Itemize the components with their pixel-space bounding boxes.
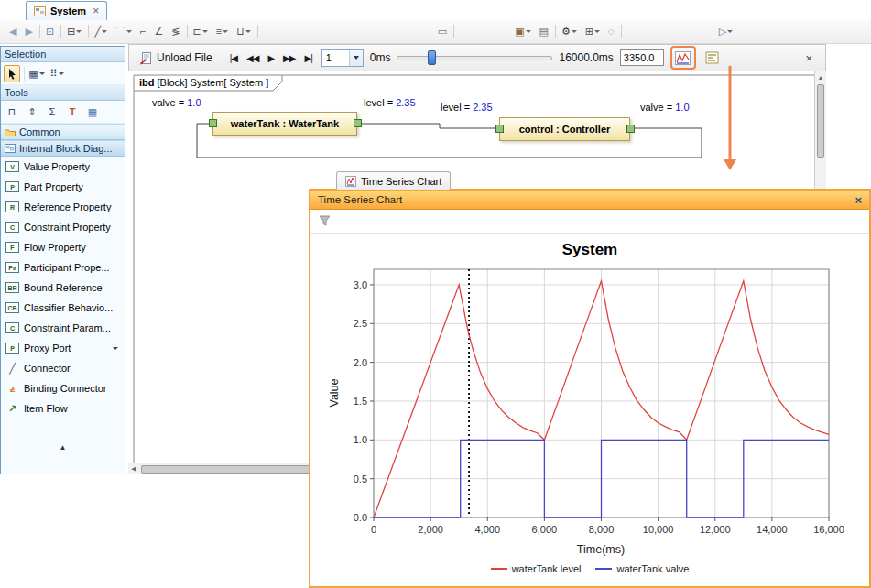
page-setup-button[interactable]: ▭ — [436, 24, 449, 40]
playback-controls: |◀◀◀▶▶▶▶| — [227, 51, 315, 65]
legend-swatch — [595, 568, 612, 570]
palette-item-constraint-param[interactable]: CConstraint Param... — [1, 318, 125, 338]
group-select-button[interactable]: ▦ — [28, 65, 45, 82]
svg-text:2,000: 2,000 — [418, 524, 443, 535]
zoom-button[interactable]: ◌ — [606, 24, 616, 40]
zoom-icon: ◌ — [608, 27, 615, 37]
palette-item-bound-reference[interactable]: BRBound Reference — [1, 278, 125, 298]
connector-level[interactable] — [362, 124, 495, 128]
time-slider[interactable] — [397, 49, 552, 66]
settings-button[interactable]: ⚙ — [560, 24, 579, 40]
palette-item-flow-property[interactable]: FFlow Property — [1, 237, 125, 257]
port-value-label[interactable]: level = 2.35 — [364, 97, 416, 108]
containment-tree-button[interactable]: ⊟ — [65, 24, 83, 40]
time-series-chart-button[interactable] — [673, 49, 693, 67]
magnet-tool-button[interactable]: ⊓ — [4, 103, 20, 121]
vertical-scroll-thumb[interactable] — [817, 84, 824, 158]
related-elements-button[interactable]: ⊡ — [44, 24, 56, 40]
rewind-button[interactable]: ◀◀ — [244, 51, 261, 65]
center-tool-button[interactable]: ≡ — [214, 24, 230, 40]
close-icon[interactable]: × — [93, 5, 99, 16]
back-icon: ◀ — [9, 27, 16, 37]
palette-item-connector[interactable]: ╱Connector — [1, 358, 125, 378]
text-icon: T — [70, 106, 76, 117]
run-simulation-button[interactable]: ▷ — [717, 24, 735, 40]
palette-item-label: Participant Prope... — [24, 262, 110, 273]
back-button[interactable]: ◀ — [7, 24, 18, 40]
time-slider-handle[interactable] — [428, 50, 436, 65]
scroll-up-icon[interactable]: ▲ — [815, 71, 826, 82]
swap-tool-button[interactable]: ≶ — [169, 24, 181, 40]
trigger-select[interactable]: 1 — [321, 49, 364, 67]
palette-item-binding-connector[interactable]: ƶBinding Connector — [1, 378, 125, 398]
watertank-valve-port[interactable] — [209, 119, 217, 127]
palette-item-label: Value Property — [24, 161, 90, 172]
chart-window-titlebar[interactable]: Time Series Chart × — [310, 191, 869, 210]
control-valve-port[interactable] — [626, 125, 635, 133]
distribute-tool-button[interactable]: ⊔ — [234, 24, 253, 40]
close-simulation-button[interactable]: × — [805, 51, 818, 65]
palette-section-internal-block-diagram[interactable]: Internal Block Diag... — [1, 140, 125, 157]
chart-icon — [345, 176, 356, 187]
simulation-config-button[interactable] — [702, 49, 723, 67]
simulation-toolbar: Unload File |◀◀◀▶▶▶▶| 1 0ms 16000.0ms — [128, 44, 826, 71]
palette-item-participant-prope[interactable]: PaParticipant Prope... — [1, 257, 125, 278]
combo-dropdown-button[interactable] — [349, 50, 363, 66]
palette-item-classifier-behavio[interactable]: CBClassifier Behavio... — [1, 298, 125, 318]
tab-time-series-chart[interactable]: Time Series Chart — [336, 171, 451, 190]
chevron-down-icon[interactable] — [113, 347, 118, 350]
palette-item-reference-property[interactable]: RReference Property — [1, 197, 125, 217]
time-input[interactable] — [620, 49, 664, 66]
scroll-left-icon[interactable]: ◀ — [128, 463, 139, 474]
rectilinear-tool-button[interactable]: ⌐ — [138, 24, 147, 40]
close-icon[interactable]: × — [855, 193, 862, 207]
port-value-label[interactable]: level = 2.35 — [441, 102, 493, 113]
step-first-button[interactable]: |◀ — [227, 51, 240, 65]
chart-toolbar — [310, 210, 869, 234]
filter-button[interactable] — [319, 215, 331, 228]
port-value-label[interactable]: valve = 1.0 — [152, 97, 201, 108]
layers-tool-button[interactable]: ⇕ — [24, 103, 40, 121]
play-button[interactable]: ▶ — [265, 51, 277, 65]
palette-item-item-flow[interactable]: ↗Item Flow — [1, 398, 125, 419]
toolbar-separator — [39, 25, 40, 38]
watertank-level-port[interactable] — [354, 119, 362, 127]
select-cursor-button[interactable] — [4, 65, 20, 82]
palette-item-label: Binding Connector — [24, 383, 107, 394]
align-tool-button[interactable]: ⊏ — [191, 24, 210, 40]
palette-item-value-property[interactable]: VValue Property — [1, 157, 125, 177]
block-control[interactable]: control : Controller — [499, 117, 630, 141]
palette-item-label: Flow Property — [24, 242, 86, 253]
port-value-label[interactable]: valve = 1.0 — [640, 102, 690, 113]
chevron-down-icon — [59, 72, 64, 75]
toolbar-separator — [187, 25, 188, 38]
multi-select-button[interactable]: ⠿ — [49, 65, 65, 82]
text-tool-button[interactable]: T — [64, 103, 81, 121]
palette-item-constraint-property[interactable]: CConstraint Property — [1, 217, 125, 237]
sum-tool-button[interactable]: Σ — [44, 103, 60, 121]
dependency-tool-button[interactable]: ╱ — [93, 24, 109, 40]
palette-item-part-property[interactable]: PPart Property — [1, 177, 125, 197]
horizontal-scroll-thumb[interactable] — [141, 465, 310, 474]
tab-system[interactable]: System × — [26, 1, 107, 20]
palette-item-proxy-port[interactable]: PProxy Port — [1, 338, 125, 358]
step-last-button[interactable]: ▶| — [301, 51, 314, 65]
table-view-button[interactable]: ⊞ — [583, 24, 602, 40]
slider-track[interactable] — [397, 56, 552, 60]
forward-button[interactable]: ▶ — [23, 24, 34, 40]
section-label: Common — [19, 126, 60, 137]
palette-item-icon: CB — [5, 302, 19, 313]
control-level-port[interactable] — [495, 125, 504, 133]
fast-forward-button[interactable]: ▶▶ — [280, 51, 298, 65]
unload-file-button[interactable]: Unload File — [136, 50, 215, 66]
forward-icon: ▶ — [25, 27, 32, 37]
palette-section-common[interactable]: Common — [1, 124, 125, 140]
curve-tool-button[interactable]: ⌒ — [114, 24, 134, 40]
oblique-tool-button[interactable]: ∠ — [152, 24, 165, 40]
note-tool-button[interactable]: ▤ — [538, 24, 550, 40]
magnet-icon: ⊓ — [8, 106, 16, 118]
package-tool-button[interactable]: ▣ — [513, 24, 532, 40]
block-watertank[interactable]: waterTank : WaterTank — [212, 112, 357, 136]
grid-tool-button[interactable]: ▦ — [84, 103, 101, 121]
palette-collapse-button[interactable]: ▲ — [1, 441, 125, 453]
